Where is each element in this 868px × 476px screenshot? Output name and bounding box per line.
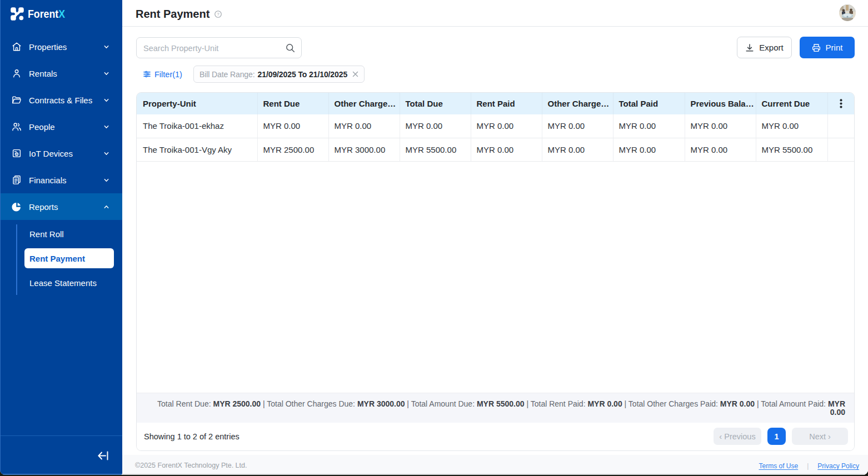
svg-text:?: ? bbox=[217, 12, 220, 17]
